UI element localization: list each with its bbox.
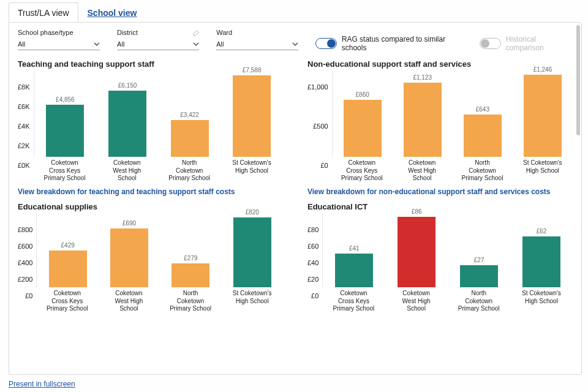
bar[interactable] [233,217,271,287]
category-label: North Coketown Primary School [168,159,210,183]
chevron-down-icon [193,41,199,47]
toggle-rag-status[interactable]: RAG status compared to similar schools [315,35,466,52]
y-tick: £200 [18,276,32,283]
filter-value: All [117,40,124,48]
chevron-down-icon [292,41,298,47]
filter-label: Ward [216,29,298,36]
category-label: Coketown Cross Keys Primary School [47,290,88,313]
bar-value-label: £4,856 [44,96,86,103]
bar-value-label: £27 [458,257,500,263]
filter-label: School phase/type [18,29,100,36]
filter-select-district[interactable]: All [117,39,199,50]
category-row: Coketown Cross Keys Primary SchoolCoketo… [36,287,283,313]
category-label: St Coketown's High School [232,290,273,313]
bar-value-label: £62 [521,228,562,235]
bar[interactable] [404,83,442,157]
filter-row: School phase/type All District All [18,29,573,52]
bar[interactable] [46,105,84,157]
bar[interactable] [524,75,562,157]
category-label: Coketown West High School [401,159,443,183]
category-label: North Coketown Primary School [461,159,503,183]
bar-value-label: £643 [462,106,503,113]
bar-col: £279 [170,214,211,287]
y-tick: £500 [313,123,328,130]
filter-select-phase[interactable]: All [18,39,100,50]
bar-col: £7,588 [231,71,273,157]
toggle-track [315,38,336,49]
category-row: Coketown Cross Keys Primary SchoolCoketo… [34,157,283,183]
y-tick: £600 [18,243,32,250]
bar-value-label: £41 [333,245,375,252]
tab-school-view[interactable]: School view [78,2,146,23]
chart-title: Educational ICT [307,202,573,211]
bar[interactable] [172,263,209,287]
main-panel: School phase/type All District All [9,22,582,375]
scrollbar[interactable] [576,25,580,135]
category-label: North Coketown Primary School [170,290,211,313]
y-tick: £2K [18,142,30,149]
bar[interactable] [522,236,560,287]
bar[interactable] [460,265,498,287]
chart-link-non-ed-support[interactable]: View breakdown for non-educational suppo… [307,187,573,196]
toggle-track [480,38,500,49]
y-tick: £60 [307,243,318,250]
bar-value-label: £860 [342,91,383,98]
bar[interactable] [233,75,271,157]
bar-value-label: £1,246 [522,66,564,73]
category-label: St Coketown's High School [231,159,273,183]
y-axis: £8K £6K £4K £2K £0K [18,71,34,169]
chart-educational-supplies: Educational supplies £800 £600 £400 £200… [18,202,283,312]
y-tick: £1,000 [307,83,328,91]
chart-link-teaching[interactable]: View breakdown for teaching and teaching… [18,187,283,196]
filter-ward: Ward All [216,29,298,50]
chart-area: £80 £60 £40 £20 £0 £41£86£27£62 Coketown… [307,214,573,312]
bar[interactable] [344,100,382,157]
category-label: St Coketown's High School [521,290,562,313]
bar-value-label: £3,422 [169,111,211,118]
bar-value-label: £1,123 [402,74,443,81]
bars-row: £429£690£279£820 [36,214,283,287]
plot: £429£690£279£820 Coketown Cross Keys Pri… [36,214,283,312]
filter-label-text: District [117,29,138,36]
bar[interactable] [335,254,373,287]
bar-value-label: £86 [396,208,437,215]
filter-school-phase: School phase/type All [18,29,100,50]
filter-select-ward[interactable]: All [216,39,298,50]
category-label: St Coketown's High School [522,159,564,183]
present-in-fullscreen-link[interactable]: Present in fullscreen [9,380,75,388]
bar[interactable] [398,217,435,287]
toggle-historical-comparison[interactable]: Historical comparison [480,35,573,52]
bar-col: £62 [521,214,562,287]
bar-col: £1,123 [402,71,443,157]
tabs: Trust/LA view School view [0,0,588,22]
y-tick: £20 [307,276,318,283]
plot: £41£86£27£62 Coketown Cross Keys Primary… [322,214,573,312]
bar-col: £6,150 [107,71,148,157]
filter-value: All [216,40,224,48]
category-label: Coketown West High School [396,290,437,313]
category-row: Coketown Cross Keys Primary SchoolCoketo… [332,157,573,183]
eraser-icon[interactable] [192,29,199,36]
bar[interactable] [464,115,502,157]
toggle-label: RAG status compared to similar schools [342,35,467,52]
y-axis: £1,000 £500 £0 [307,71,332,169]
filter-label: District [117,29,199,36]
chart-area: £1,000 £500 £0 £860£1,123£643£1,246 Coke… [307,71,573,181]
filter-label-text: School phase/type [18,29,74,36]
category-label: North Coketown Primary School [458,290,500,313]
tab-trust-la-view[interactable]: Trust/LA view [9,2,78,23]
bar-value-label: £690 [108,220,150,227]
y-axis: £80 £60 £40 £20 £0 [307,214,322,300]
bar[interactable] [108,91,146,157]
bar-col: £3,422 [169,71,211,157]
y-tick: £80 [307,226,318,233]
bar[interactable] [49,251,87,287]
y-tick: £4K [18,123,30,130]
y-tick: £400 [18,259,32,266]
bar[interactable] [110,228,148,287]
filter-district: District All [117,29,199,50]
bar-col: £860 [342,71,383,157]
toggle-thumb [481,39,489,48]
bar[interactable] [171,120,209,157]
y-tick: £0 [311,292,318,300]
